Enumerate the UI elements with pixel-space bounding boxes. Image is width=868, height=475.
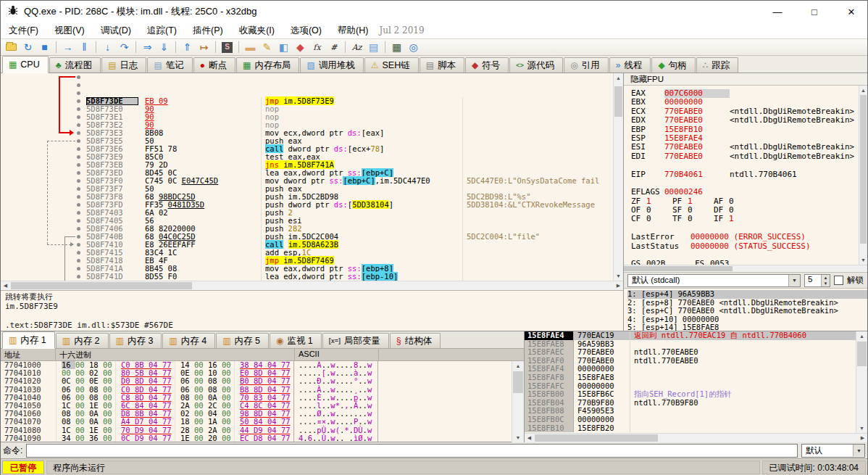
chevron-down-icon[interactable]: ▼: [853, 445, 864, 456]
register-value[interactable]: 770B4061: [664, 170, 730, 179]
stack-vscrollbar[interactable]: ▲ ▼: [856, 331, 867, 433]
stack-value[interactable]: 770EAC19: [574, 331, 630, 340]
disasm-row[interactable]: 5D8F741D8D55 F0lea edx,dword ptr ss:[ebp…: [86, 273, 613, 281]
breakpoint-dot[interactable]: [77, 123, 80, 127]
step-over-icon[interactable]: ↷: [117, 40, 132, 54]
disasm-row[interactable]: 5D8F73DEEB 09jmp im.5D8F73E9: [86, 97, 613, 105]
register-value[interactable]: 00000246: [664, 188, 730, 197]
pause-icon[interactable]: ‖: [77, 40, 92, 54]
labels-icon[interactable]: ◧: [276, 40, 291, 54]
scrollbar-thumb[interactable]: [513, 371, 523, 393]
breakpoint-dot[interactable]: [77, 91, 80, 95]
register-value[interactable]: 770EABE0: [664, 143, 730, 152]
step-into-icon[interactable]: ↓: [100, 40, 115, 54]
tab-脚本[interactable]: ▤脚本: [420, 57, 464, 73]
run-icon[interactable]: →: [60, 40, 75, 54]
bytes-cell[interactable]: 90: [138, 105, 262, 113]
flag-pair[interactable]: CF 0: [631, 215, 672, 223]
breakpoint-dot[interactable]: [77, 235, 80, 239]
disassembly-hscrollbar[interactable]: ◀ ▶: [1, 281, 623, 290]
breakpoint-dot[interactable]: [77, 227, 80, 231]
breakpoint-dot[interactable]: [77, 219, 80, 223]
flag-pair[interactable]: FS 0053: [695, 260, 759, 265]
register-value[interactable]: 00000000 (ERROR_SUCCESS): [690, 233, 806, 241]
register-row[interactable]: EDI770EABE0<ntdll.DbgUiRemoteBreakin>: [631, 152, 859, 161]
scrollbar-thumb[interactable]: [860, 95, 867, 244]
register-row[interactable]: EIP770B4061ntdll.770B4061: [631, 170, 859, 179]
stack-value[interactable]: 15E8FAE8: [574, 373, 630, 382]
comment-cell[interactable]: 5DC447E0:L"OnSysDataCome fail: [463, 177, 613, 185]
register-row[interactable]: ESI770EABE0<ntdll.DbgUiRemoteBreakin>: [631, 143, 859, 152]
breakpoint-dot[interactable]: [77, 99, 80, 103]
scrollbar-thumb[interactable]: [11, 282, 192, 289]
register-row[interactable]: EBX00000000: [631, 98, 859, 107]
unlock-checkbox[interactable]: [834, 276, 843, 285]
close-button[interactable]: ✕: [835, 1, 867, 22]
stack-row[interactable]: 15E8FB08F45905E3: [525, 407, 856, 416]
stack-value[interactable]: 15E8FB20: [574, 424, 630, 433]
open-file-icon[interactable]: [4, 40, 19, 54]
disassembly-vscrollbar[interactable]: ▲ ▼: [613, 73, 623, 281]
disasm-row[interactable]: 5D8F73E190nop: [86, 113, 613, 121]
functions-icon[interactable]: fx: [309, 40, 325, 54]
breakpoint-dot[interactable]: [77, 243, 80, 247]
bytes-cell[interactable]: EB 09: [138, 97, 262, 105]
stack-hscrollbar[interactable]: ◀ ▶: [525, 433, 867, 442]
breakpoint-dot[interactable]: [77, 195, 80, 199]
disasm-row[interactable]: 5D8F73E090nop: [86, 105, 613, 113]
tab-笔记[interactable]: ▤笔记: [147, 57, 192, 73]
tab-源代码[interactable]: <>源代码: [509, 57, 563, 73]
calculator-icon[interactable]: ▦: [389, 40, 404, 54]
scrollbar-thumb[interactable]: [624, 266, 733, 271]
bytes-cell[interactable]: 6A 02: [138, 209, 262, 217]
breakpoint-dot[interactable]: [77, 187, 80, 191]
register-row[interactable]: EDX770EABE0<ntdll.DbgUiRemoteBreakin>: [631, 116, 859, 125]
tab-流程图[interactable]: ♣流程图: [49, 57, 101, 73]
breakpoint-dot[interactable]: [77, 163, 80, 167]
argument-count-stepper[interactable]: 5 ▲▼: [804, 274, 830, 287]
disasm-row[interactable]: 5D8F74036A 02push 2: [86, 209, 613, 217]
breakpoint-dot[interactable]: [77, 83, 80, 87]
menu-item[interactable]: 插件(P): [185, 23, 231, 38]
register-row[interactable]: GS 002BFS 0053: [631, 260, 859, 265]
menu-item[interactable]: 视图(V): [46, 23, 93, 38]
bytes-cell[interactable]: 90: [138, 113, 262, 121]
comment-cell[interactable]: 5DC2C004:L"file": [463, 233, 613, 241]
stack-value[interactable]: 00000000: [574, 416, 630, 424]
menu-item[interactable]: 文件(F): [1, 23, 46, 38]
scroll-down-arrow-icon[interactable]: ▼: [859, 255, 867, 265]
tab-符号[interactable]: ◆符号: [465, 57, 509, 73]
scroll-right-arrow-icon[interactable]: ▶: [614, 281, 623, 290]
dump-tab-内存 5[interactable]: ▥内存 5: [216, 333, 269, 348]
sequence-icon[interactable]: #: [326, 40, 341, 54]
menu-item[interactable]: 调试(D): [93, 23, 139, 38]
register-row[interactable]: EFLAGS00000246: [631, 188, 859, 197]
stack-row[interactable]: 15E8FAF815E8FAE8: [525, 373, 856, 382]
register-row[interactable]: LastStatus00000000 (STATUS_SUCCESS): [631, 242, 859, 251]
maximize-button[interactable]: □: [798, 1, 830, 22]
flag-pair[interactable]: IF 1: [714, 215, 755, 223]
bookmarks-icon[interactable]: ◆: [293, 40, 308, 54]
hide-fpu-button[interactable]: 隐藏FPU: [624, 73, 867, 86]
stack-row[interactable]: 15E8FB04770B9F80ntdll.770B9F80: [525, 399, 856, 408]
dump-vscrollbar[interactable]: ▲ ▼: [512, 361, 524, 442]
breakpoint-dot[interactable]: [77, 139, 80, 143]
scroll-left-arrow-icon[interactable]: ◀: [1, 281, 10, 290]
breakpoint-dot[interactable]: [77, 179, 80, 183]
scroll-right-arrow-icon[interactable]: ▶: [858, 434, 867, 442]
bytes-cell[interactable]: C745 0C E047C45D: [138, 177, 262, 185]
tab-跟踪[interactable]: ∴跟踪: [696, 57, 739, 73]
internet-icon[interactable]: ◎: [406, 40, 421, 54]
registers-vscrollbar[interactable]: ▲ ▼: [859, 86, 867, 265]
dump-tab-内存 3[interactable]: ▥内存 3: [109, 333, 162, 348]
argument-row[interactable]: 3: [esp+C] 770EABE0 <ntdll.DbgUiRemoteBr…: [627, 307, 867, 315]
stack-row[interactable]: 15E8FAF0770EABE0ntdll.770EABE0: [525, 357, 856, 365]
stack-row[interactable]: 15E8FB1015E8FB20: [525, 424, 856, 433]
breakpoint-dot[interactable]: [77, 267, 80, 270]
scrollbar-thumb[interactable]: [857, 342, 867, 366]
scroll-up-arrow-icon[interactable]: ▲: [859, 86, 867, 95]
breakpoint-dot[interactable]: [77, 131, 80, 135]
comment-cell[interactable]: 5DC2BD98:L"%s": [463, 193, 613, 201]
calling-convention-select[interactable]: 默认 (stdcall) ▼: [627, 274, 801, 287]
scroll-down-arrow-icon[interactable]: ▼: [614, 271, 623, 281]
